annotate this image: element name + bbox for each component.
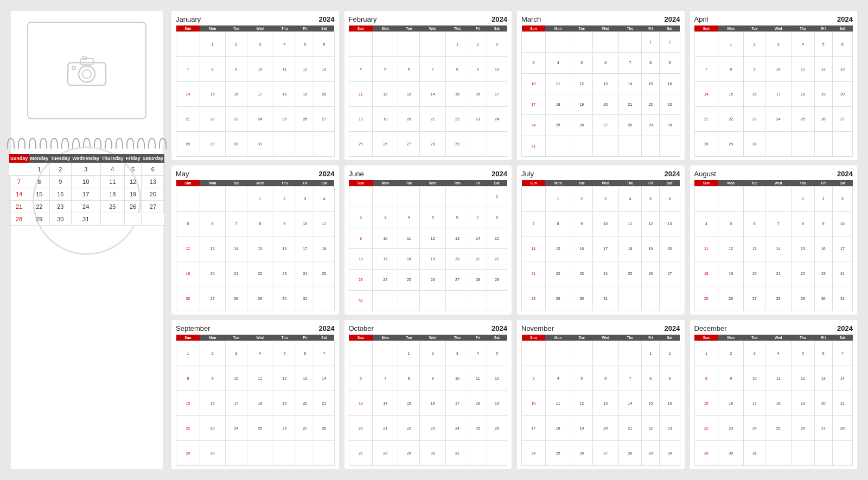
cal-cell xyxy=(660,136,680,156)
cal-cell: 15 xyxy=(176,391,200,416)
cal-cell: 11 xyxy=(273,57,296,82)
cal-cell: 1 xyxy=(247,187,273,212)
day-header: Sun xyxy=(522,25,546,32)
cal-cell: 3 xyxy=(522,366,546,391)
calendar-cell: 13 xyxy=(142,176,165,188)
day-header: Mon xyxy=(718,25,744,32)
cal-cell: 3 xyxy=(592,187,618,212)
cal-cell: 29 xyxy=(487,270,507,290)
cal-cell xyxy=(522,32,546,53)
day-header: Sat xyxy=(487,335,507,341)
cal-cell: 23 xyxy=(420,416,446,441)
cal-cell: 11 xyxy=(618,212,642,236)
cal-cell: 17 xyxy=(522,416,546,441)
calendar-cell: 3 xyxy=(71,163,100,176)
cal-cell: 29 xyxy=(176,441,200,466)
cal-cell xyxy=(660,286,680,311)
cal-cell: 10 xyxy=(744,366,765,391)
cal-cell xyxy=(373,187,398,207)
cal-cell: 13 xyxy=(446,228,469,248)
cal-cell: 3 xyxy=(832,187,852,212)
cal-cell xyxy=(694,32,718,57)
cal-cell: 9 xyxy=(571,212,592,236)
cal-cell: 26 xyxy=(642,261,660,286)
cal-cell: 7 xyxy=(176,57,200,82)
cal-cell: 27 xyxy=(314,107,334,132)
cal-cell xyxy=(618,136,642,156)
cal-cell: 20 xyxy=(446,248,469,269)
cal-cell: 11 xyxy=(349,82,373,107)
cal-cell: 16 xyxy=(660,391,680,416)
cal-cell: 15 xyxy=(398,391,420,416)
day-header: Thu xyxy=(446,25,469,32)
small-calendar: SunMonTueWedThuFriSat1234567891011121314… xyxy=(521,180,680,311)
cal-cell: 21 xyxy=(522,261,546,286)
cal-cell xyxy=(373,341,398,366)
cal-cell xyxy=(765,187,792,212)
month-card-september: September2024SunMonTueWedThuFriSat123456… xyxy=(171,320,339,469)
cal-cell: 18 xyxy=(349,107,373,132)
cal-cell: 20 xyxy=(660,236,680,261)
cal-cell: 22 xyxy=(200,107,225,132)
cal-cell: 7 xyxy=(694,57,718,82)
cal-cell: 26 xyxy=(571,115,592,136)
cal-cell: 23 xyxy=(349,270,373,290)
cal-cell: 10 xyxy=(296,212,314,236)
cal-cell: 16 xyxy=(420,391,446,416)
cal-cell: 12 xyxy=(814,57,832,82)
day-header: Sat xyxy=(487,180,507,187)
cal-cell: 5 xyxy=(420,207,446,228)
day-header: Wed xyxy=(765,180,792,187)
day-header: Sat xyxy=(832,335,852,341)
cal-cell: 16 xyxy=(469,82,487,107)
cal-cell: 25 xyxy=(694,286,718,311)
cal-cell: 5 xyxy=(176,212,200,236)
calendar-cell: 30 xyxy=(49,213,71,226)
cal-cell: 8 xyxy=(718,57,744,82)
month-card-june: June2024SunMonTueWedThuFriSat12345678910… xyxy=(344,165,512,315)
cal-cell xyxy=(446,187,469,207)
cal-cell: 7 xyxy=(765,212,792,236)
cal-cell: 18 xyxy=(618,236,642,261)
cal-cell: 9 xyxy=(273,212,296,236)
cal-cell: 20 xyxy=(314,82,334,107)
cal-cell: 24 xyxy=(487,107,507,132)
day-header: Sun xyxy=(176,180,200,187)
cal-cell: 2 xyxy=(571,187,592,212)
day-header: Sun xyxy=(694,335,718,341)
cal-cell: 13 xyxy=(832,57,852,82)
day-header: Wed xyxy=(592,335,618,341)
cal-cell: 9 xyxy=(814,212,832,236)
cal-cell: 5 xyxy=(571,53,592,73)
cal-cell: 7 xyxy=(618,53,642,73)
cal-cell: 24 xyxy=(744,416,765,441)
cal-cell: 3 xyxy=(225,341,247,366)
cal-cell xyxy=(744,187,765,212)
cal-cell: 2 xyxy=(273,187,296,212)
cal-cell xyxy=(225,441,247,466)
cal-cell: 3 xyxy=(247,32,273,57)
cal-cell xyxy=(398,187,420,207)
day-header: Tue xyxy=(744,25,765,32)
cal-cell xyxy=(273,132,296,157)
small-calendar: SunMonTueWedThuFriSat1234567891011121314… xyxy=(521,25,680,157)
small-calendar: SunMonTueWedThuFriSat1234567891011121314… xyxy=(694,180,853,311)
cal-cell: 6 xyxy=(744,212,765,236)
cal-cell: 13 xyxy=(744,236,765,261)
cal-cell: 30 xyxy=(349,290,373,311)
day-header: Tue xyxy=(398,335,420,341)
day-header: Fri xyxy=(642,180,660,187)
card-month-name: June xyxy=(349,170,364,178)
cal-cell: 26 xyxy=(420,270,446,290)
cal-cell: 14 xyxy=(469,228,487,248)
day-header: Wed xyxy=(420,25,446,32)
cal-cell: 6 xyxy=(660,187,680,212)
day-header: Mon xyxy=(200,180,225,187)
card-month-name: April xyxy=(694,15,709,23)
cal-cell xyxy=(592,341,618,366)
day-header: Tue xyxy=(571,335,592,341)
cal-cell: 21 xyxy=(694,107,718,132)
cal-cell: 8 xyxy=(247,212,273,236)
cal-cell: 1 xyxy=(200,32,225,57)
left-calendar-panel: Sunday Monday Tuesday Wednesday Thursday… xyxy=(11,11,163,469)
